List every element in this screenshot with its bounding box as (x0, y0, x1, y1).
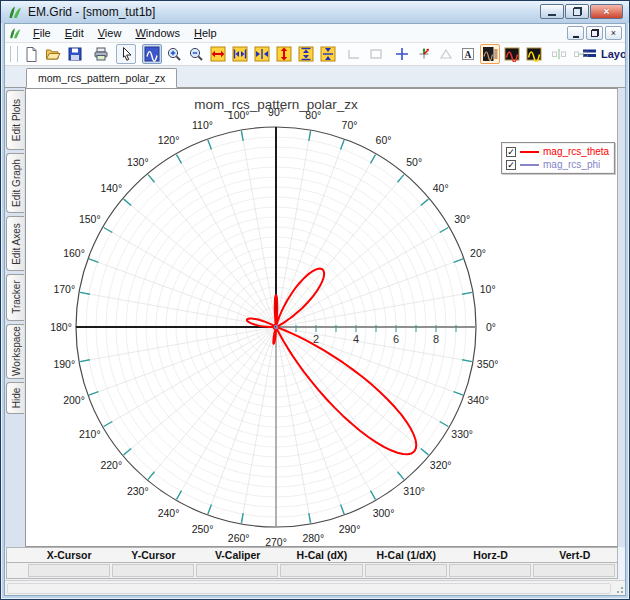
new-document-button[interactable] (21, 44, 41, 64)
menu-item-file[interactable]: File (26, 26, 58, 40)
svg-text:170°: 170° (53, 283, 75, 295)
title-bar[interactable]: EM.Grid - [smom_tut1b] × (1, 1, 629, 23)
svg-text:160°: 160° (63, 247, 85, 259)
svg-text:0°: 0° (486, 321, 496, 333)
svg-text:190°: 190° (53, 358, 75, 370)
svg-text:20°: 20° (470, 247, 486, 259)
svg-text:210°: 210° (79, 428, 101, 440)
marker-triangle-icon (438, 46, 454, 62)
svg-text:300°: 300° (373, 507, 395, 519)
svg-text:40°: 40° (433, 182, 449, 194)
svg-text:310°: 310° (403, 485, 425, 497)
svg-text:280°: 280° (302, 532, 324, 544)
save-file-button[interactable] (65, 44, 85, 64)
svg-text:4: 4 (353, 333, 359, 345)
side-tab-edit-plots[interactable]: Edit Plots (6, 90, 24, 150)
readout-cell (112, 564, 194, 577)
print-icon (93, 46, 109, 62)
svg-text:150°: 150° (79, 213, 101, 225)
pan-view-icon (144, 46, 160, 62)
text-annotation-button[interactable]: A (458, 44, 478, 64)
rect-region-open-button (344, 44, 364, 64)
expand-y-button[interactable] (274, 44, 294, 64)
document-tab[interactable]: mom_rcs_pattern_polar_zx (26, 68, 177, 88)
legend-entry: ✓mag_rcs_theta (506, 145, 610, 158)
zoom-in-button[interactable] (164, 44, 184, 64)
axis-caliper-button[interactable] (480, 44, 500, 64)
menu-item-edit[interactable]: Edit (58, 26, 91, 40)
mdi-minimize-button[interactable] (567, 26, 584, 40)
legend-label: mag_rcs_phi (543, 159, 600, 170)
tracker-icon (416, 46, 432, 62)
expand-x-button[interactable] (208, 44, 228, 64)
restore-icon (573, 7, 582, 16)
expand-y-icon (276, 46, 292, 62)
toolbar-grip[interactable] (15, 46, 17, 62)
document-icon[interactable] (8, 26, 22, 40)
side-tab-hide[interactable]: Hide (6, 382, 24, 414)
svg-text:340°: 340° (467, 394, 489, 406)
link-vertical-button (549, 44, 569, 64)
svg-text:30°: 30° (454, 213, 470, 225)
mdi-close-button[interactable]: × (605, 26, 622, 40)
legend-line-sample (520, 164, 539, 166)
fit-x-button[interactable] (230, 44, 250, 64)
svg-text:2: 2 (313, 333, 319, 345)
legend-checkbox[interactable]: ✓ (506, 147, 516, 157)
mdi-restore-button[interactable] (586, 26, 603, 40)
expand-x-icon (210, 46, 226, 62)
svg-text:120°: 120° (158, 134, 180, 146)
pointer-select-button[interactable] (116, 44, 136, 64)
mdi-minimize-icon (573, 36, 579, 38)
svg-text:110°: 110° (192, 119, 213, 131)
open-file-button[interactable] (43, 44, 63, 64)
svg-text:70°: 70° (342, 119, 358, 131)
fit-y-button[interactable] (296, 44, 316, 64)
plot-dark-yellow-button[interactable] (524, 44, 544, 64)
compress-x-button[interactable] (252, 44, 272, 64)
legend-label: mag_rcs_theta (543, 146, 609, 157)
readout-cell (365, 564, 447, 577)
side-tab-edit-graph[interactable]: Edit Graph (6, 153, 24, 213)
crosshair-button[interactable] (392, 44, 412, 64)
plot-dark-red-icon (504, 46, 520, 62)
resize-grip-icon[interactable] (613, 583, 624, 594)
close-button[interactable]: × (590, 4, 623, 19)
print-button[interactable] (91, 44, 111, 64)
restore-button[interactable] (565, 4, 589, 19)
side-tab-workspace[interactable]: Workspace (6, 324, 24, 379)
minimize-icon (548, 13, 556, 16)
svg-text:6: 6 (393, 333, 399, 345)
side-tab-tracker[interactable]: Tracker (6, 274, 24, 320)
menu-item-view[interactable]: View (91, 26, 129, 40)
menu-item-windows[interactable]: Windows (128, 26, 187, 40)
pan-view-button[interactable] (142, 44, 162, 64)
table-gutter (8, 564, 27, 577)
menu-item-help[interactable]: Help (187, 26, 224, 40)
toolbar: ALayout (5, 43, 625, 66)
zoom-in-icon (166, 46, 182, 62)
client-frame: FileEditViewWindowsHelp × ALayout mom_rc… (4, 23, 626, 596)
layout-button[interactable]: Layout (597, 44, 622, 64)
side-tab-edit-axes[interactable]: Edit Axes (6, 216, 24, 271)
readout-cell (196, 564, 278, 577)
plot-dark-red-button[interactable] (502, 44, 522, 64)
legend-checkbox[interactable]: ✓ (506, 160, 516, 170)
compress-y-button[interactable] (318, 44, 338, 64)
svg-text:A: A (464, 50, 471, 60)
crosshair-icon (394, 46, 410, 62)
svg-text:270°: 270° (265, 536, 287, 548)
minimize-button[interactable] (540, 4, 564, 19)
rect-region-button (366, 44, 386, 64)
document-tab-label: mom_rcs_pattern_polar_zx (38, 72, 165, 84)
app-window: EM.Grid - [smom_tut1b] × FileEditViewWin… (0, 0, 630, 600)
plot-area[interactable]: 24680°10°20°30°40°50°60°70°80°90°100°110… (25, 88, 618, 547)
fit-y-icon (298, 46, 314, 62)
toolbar-grip[interactable] (9, 46, 11, 62)
save-file-icon (67, 46, 83, 62)
svg-text:mom_rcs_pattern_polar_zx: mom_rcs_pattern_polar_zx (194, 97, 358, 112)
app-logo-icon (7, 4, 23, 20)
text-annotation-icon: A (460, 46, 476, 62)
tracker-button[interactable] (414, 44, 434, 64)
zoom-out-button[interactable] (186, 44, 206, 64)
